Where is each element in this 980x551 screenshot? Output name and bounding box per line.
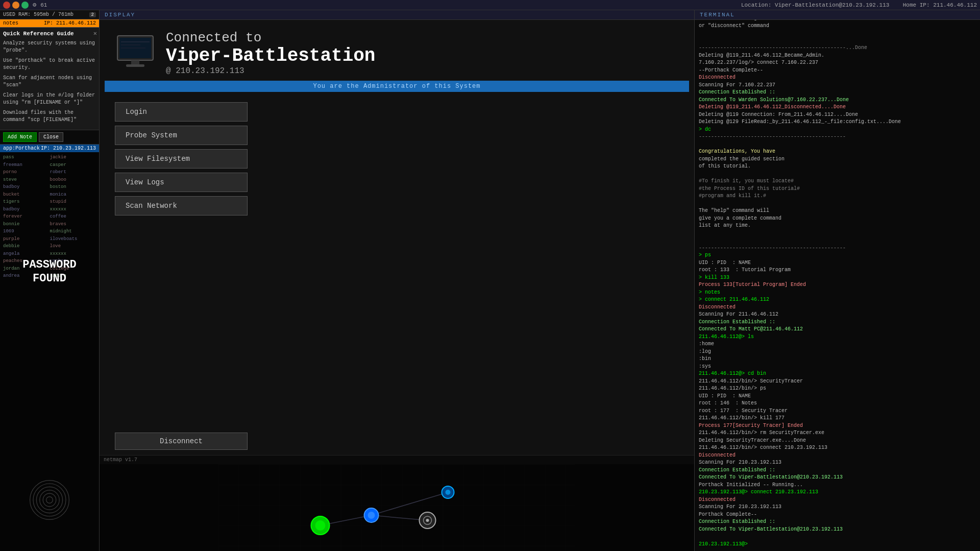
svg-point-16 bbox=[315, 520, 326, 531]
terminal-line: 211.46.46.112/bin/> rm SecurityTracer.ex… bbox=[699, 429, 976, 437]
password-item: casper bbox=[50, 162, 96, 169]
display-header: DISPLAY bbox=[100, 10, 694, 20]
terminal-line: :bin bbox=[699, 355, 976, 363]
password-item: porno bbox=[3, 169, 50, 176]
terminal-line: Congratulations, You have bbox=[699, 148, 976, 156]
menu-button-view-filesystem[interactable]: View Filesystem bbox=[115, 149, 248, 169]
qr-line-4: Clear logs in the #/log folder using "rm… bbox=[3, 92, 96, 106]
svg-point-17 bbox=[368, 512, 375, 519]
connected-text: Connected to Viper-Battlestation @ 210.2… bbox=[166, 30, 375, 76]
password-item: freeman bbox=[3, 162, 50, 169]
password-item: xxxxxx bbox=[50, 206, 96, 213]
password-item: tigers bbox=[3, 199, 50, 206]
location-text: Location: Viper-Battlestation@210.23.192… bbox=[741, 2, 889, 8]
menu-button-login[interactable]: Login bbox=[115, 102, 248, 122]
menu-button-probe-system[interactable]: Probe System bbox=[115, 126, 248, 145]
netmap-version: netmap v1.7 bbox=[104, 457, 137, 463]
terminal-line: ----------------------------------------… bbox=[699, 245, 976, 252]
terminal-line: The "help" command will bbox=[699, 207, 976, 215]
terminal-line: 210.23.192.113@> connect 210.23.192.113 bbox=[699, 489, 976, 496]
qr-line-1: Analyze security systems using "probe". bbox=[3, 40, 96, 54]
password-item: debbie bbox=[3, 243, 50, 250]
password-item: forever bbox=[3, 213, 50, 221]
terminal-line: Scanning For 211.46.46.112 bbox=[699, 311, 976, 319]
terminal-line: #program and kill it.# bbox=[699, 193, 976, 200]
terminal-line: 211.46.46.112/bin/> kill 177 bbox=[699, 415, 976, 422]
terminal-line bbox=[699, 533, 976, 541]
terminal-line: Connection Established :: bbox=[699, 467, 976, 474]
terminal-line: > ps bbox=[699, 252, 976, 259]
password-item: braves bbox=[50, 221, 96, 228]
terminal-line: Deleting @129 FileRead:_by_211.46.46.112… bbox=[699, 118, 976, 126]
terminal-line bbox=[699, 171, 976, 178]
home-text: Home IP: 211.46.46.112 bbox=[903, 2, 977, 8]
password-item: steve bbox=[3, 177, 50, 184]
app-bar: app:Porthack IP: 210.23.192.113 bbox=[0, 145, 99, 152]
menu-button-view-logs[interactable]: View Logs bbox=[115, 173, 248, 192]
password-item: angela bbox=[3, 251, 50, 258]
terminal-line: Disconnected bbox=[699, 452, 976, 460]
password-item: bucket bbox=[3, 191, 50, 199]
password-item: boston bbox=[50, 184, 96, 191]
svg-rect-13 bbox=[131, 60, 139, 64]
connected-to-label: Connected to bbox=[166, 30, 375, 46]
disconnect-area: Disconnect bbox=[100, 427, 694, 455]
password-item: stupid bbox=[50, 199, 96, 206]
password-item: badboy bbox=[3, 206, 50, 213]
svg-point-20 bbox=[426, 519, 429, 522]
close-button[interactable]: Close bbox=[39, 132, 63, 142]
terminal-line: 211.46.46.112@> ls bbox=[699, 333, 976, 341]
connected-area: Connected to Viper-Battlestation @ 210.2… bbox=[100, 20, 694, 81]
close-window-button[interactable] bbox=[3, 2, 10, 9]
terminal-line: ----------------------------------------… bbox=[699, 133, 976, 141]
password-item: bonnie bbox=[3, 221, 50, 228]
terminal-line: :sys bbox=[699, 363, 976, 371]
password-item: love bbox=[50, 243, 96, 250]
terminal-line: Deleting @119_211.46.46.112_Became_Admin… bbox=[699, 52, 976, 60]
quick-ref-close-button[interactable]: ✕ bbox=[93, 30, 97, 37]
terminal-line: :home bbox=[699, 341, 976, 348]
notes-ip: IP: 211.46.46.112 bbox=[44, 20, 96, 26]
terminal-line: Connection Established :: bbox=[699, 518, 976, 526]
password-found-text: PASSWORDFOUND bbox=[22, 258, 77, 285]
password-item: purple bbox=[3, 236, 50, 243]
add-note-button[interactable]: Add Note bbox=[3, 132, 37, 142]
password-item: jackie bbox=[50, 154, 96, 161]
password-item: booboo bbox=[50, 177, 96, 184]
terminal-line: Process 133[Tutorial Program] Ended bbox=[699, 281, 976, 289]
terminal-line bbox=[699, 230, 976, 237]
terminal-line: Connected To Viper-Battlestation@210.23.… bbox=[699, 474, 976, 482]
password-item: monica bbox=[50, 191, 96, 199]
terminal-line bbox=[699, 30, 976, 37]
disconnect-button[interactable]: Disconnect bbox=[115, 433, 248, 450]
terminal-line: root : 146 : Notes bbox=[699, 400, 976, 408]
notes-label: notes bbox=[3, 20, 18, 26]
admin-banner: You are the Administrator of this System bbox=[105, 81, 689, 92]
ram-label: USED RAM: 595mb / 761mb bbox=[3, 12, 74, 17]
minimize-window-button[interactable] bbox=[12, 2, 19, 9]
password-item: xxxxxx bbox=[50, 251, 96, 258]
password-item: coffee bbox=[50, 213, 96, 221]
terminal-line: Connected To Warden Solutions@7.160.22.2… bbox=[699, 97, 976, 104]
terminal-line: Connected To Viper-Battlestation@210.23.… bbox=[699, 526, 976, 534]
qr-line-2: Use "porthack" to break active security. bbox=[3, 57, 96, 71]
window-controls[interactable] bbox=[3, 2, 29, 9]
maximize-window-button[interactable] bbox=[21, 2, 29, 9]
password-item: midnight bbox=[50, 228, 96, 235]
terminal-line: Porthack Complete-- bbox=[699, 511, 976, 519]
window-counter: 61 bbox=[40, 2, 47, 8]
top-bar: ⚙ 61 Location: Viper-Battlestation@210.2… bbox=[0, 0, 980, 10]
qr-line-5: Download files with the command "scp [FI… bbox=[3, 109, 96, 124]
terminal-line: > dc bbox=[699, 126, 976, 134]
password-item: iloveboats bbox=[50, 236, 96, 243]
terminal-panel: TERMINAL Note: the wildcard "*" indicate… bbox=[694, 10, 980, 551]
center-panel: DISPLAY Connected to Viper-Battlestation… bbox=[100, 10, 694, 551]
menu-button-scan-network[interactable]: Scan Network bbox=[115, 196, 248, 215]
terminal-line: Connection Established :: bbox=[699, 89, 976, 97]
password-item: robert bbox=[50, 169, 96, 176]
left-buttons-area: Add Note Close bbox=[0, 130, 99, 145]
terminal-line bbox=[699, 237, 976, 245]
ram-badge: 2 bbox=[89, 12, 96, 17]
terminal-line: or "disconnect" command bbox=[699, 22, 976, 30]
terminal-content[interactable]: Note: the wildcard "*" indicates"All". -… bbox=[695, 20, 980, 551]
